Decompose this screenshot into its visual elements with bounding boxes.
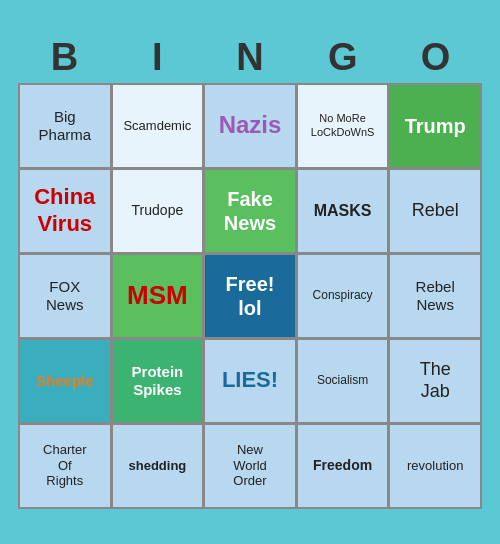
cell-r4c3: LIES!: [205, 340, 295, 422]
cell-r4c1: Sheeple: [20, 340, 110, 422]
cell-r4c2: ProteinSpikes: [113, 340, 203, 422]
cell-r1c4: No MoReLoCkDoWnS: [298, 85, 388, 167]
cell-r5c4: Freedom: [298, 425, 388, 507]
cell-r1c5: Trump: [390, 85, 480, 167]
cell-r3c2: MSM: [113, 255, 203, 337]
cell-r5c5: revolution: [390, 425, 480, 507]
header-n: N: [204, 36, 297, 79]
cell-r3c5: RebelNews: [390, 255, 480, 337]
header-g: G: [296, 36, 389, 79]
bingo-header: B I N G O: [18, 36, 482, 79]
cell-r1c1: BigPharma: [20, 85, 110, 167]
cell-r2c1: ChinaVirus: [20, 170, 110, 252]
cell-r5c3: NewWorldOrder: [205, 425, 295, 507]
cell-r2c2: Trudope: [113, 170, 203, 252]
bingo-card: B I N G O BigPharma Scamdemic Nazis No M…: [10, 28, 490, 517]
cell-r4c4: Socialism: [298, 340, 388, 422]
cell-r3c1: FOXNews: [20, 255, 110, 337]
cell-r3c4: Conspiracy: [298, 255, 388, 337]
cell-r1c2: Scamdemic: [113, 85, 203, 167]
cell-r2c4: MASKS: [298, 170, 388, 252]
header-b: B: [18, 36, 111, 79]
cell-r3c3: Free!lol: [205, 255, 295, 337]
cell-r5c2: shedding: [113, 425, 203, 507]
bingo-grid: BigPharma Scamdemic Nazis No MoReLoCkDoW…: [18, 83, 482, 509]
cell-r5c1: CharterOfRights: [20, 425, 110, 507]
header-i: I: [111, 36, 204, 79]
cell-r2c3: FakeNews: [205, 170, 295, 252]
cell-r4c5: TheJab: [390, 340, 480, 422]
cell-r2c5: Rebel: [390, 170, 480, 252]
cell-r1c3: Nazis: [205, 85, 295, 167]
header-o: O: [389, 36, 482, 79]
